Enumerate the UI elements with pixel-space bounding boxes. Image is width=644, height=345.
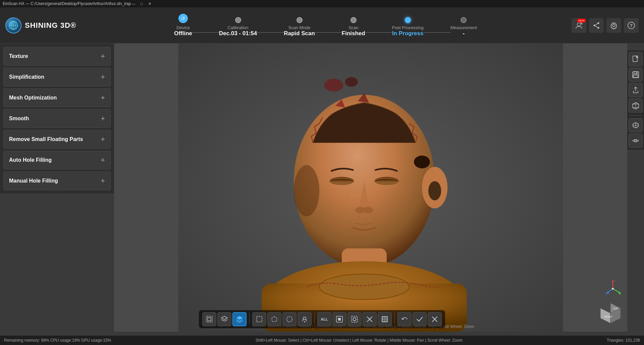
confirm-button[interactable] [413,312,427,326]
titlebar-controls: — □ ✕ [131,1,152,6]
viewport[interactable]: Shift+Left Mouse: Select | Ctrl+Left Mou… [114,44,627,332]
svg-text:TOP: TOP [613,307,618,310]
bottom-toolbar: ALL [199,310,445,328]
measurement-dot [461,17,467,23]
new-feature-button[interactable]: NEW [572,18,586,33]
step-calibration[interactable]: Calibration Dec.03 - 01:54 [219,16,257,37]
device-icon: ↺ [178,14,188,23]
step-scan-mode[interactable]: Scan Mode Rapid Scan [284,16,315,37]
manual-hole-filling-label: Manual Hole Filling [9,178,58,184]
texture-expand-icon: + [101,52,105,61]
logo-area: SHINING 3D® [5,17,76,33]
svg-point-58 [287,317,292,322]
settings-button[interactable] [606,18,621,33]
statusbar: Remaining memory: 88% CPU usage:19% GPU … [0,336,644,345]
svg-point-23 [363,207,373,213]
close-button[interactable]: ✕ [147,1,152,6]
step-scan[interactable]: Scan Finished [342,16,365,37]
file-button[interactable] [629,52,643,66]
svg-point-19 [319,274,409,299]
panel-item-auto-hole-filling[interactable]: Auto Hole Filling + [3,151,111,169]
undo-button[interactable] [397,312,412,326]
cancel-button[interactable] [428,312,442,326]
save-button[interactable] [629,68,643,82]
step-post-processing[interactable]: Post Processing In Progress [392,16,424,37]
select-box-button[interactable] [202,312,216,326]
active-layer-button[interactable] [232,312,247,326]
paint-button[interactable] [298,312,312,326]
toolbar-group-3: ALL [317,312,392,326]
calibration-dot [235,17,241,23]
svg-rect-53 [208,318,211,321]
logo-globe [5,17,21,33]
step-device[interactable]: ↺ Device Offline [174,14,192,37]
fill-button[interactable] [378,312,392,326]
svg-marker-54 [221,316,227,320]
panel-item-smooth[interactable]: Smooth + [3,109,111,128]
svg-point-35 [367,217,368,218]
svg-rect-71 [383,317,384,319]
export-button[interactable] [629,83,643,97]
svg-point-36 [414,155,430,168]
manual-hole-filling-expand-icon: + [101,177,105,185]
svg-rect-61 [338,318,341,321]
svg-text:Z: Z [605,292,607,295]
svg-point-38 [345,77,358,87]
minimize-button[interactable]: — [131,1,136,6]
panel-item-mesh-optimization[interactable]: Mesh Optimization + [3,88,111,107]
svg-point-28 [294,165,319,216]
panel-item-texture[interactable]: Texture + [3,47,111,66]
statusbar-right: Triangles: 151,238 [607,338,640,343]
svg-rect-74 [385,320,387,321]
svg-text:FRONT: FRONT [604,316,613,318]
connector-3 [315,32,342,33]
simplification-expand-icon: + [101,73,105,81]
svg-line-9 [595,23,597,25]
statusbar-center: Shift+Left Mouse: Select | Ctrl+Left Mou… [256,338,463,343]
delete-button[interactable] [363,312,377,326]
header: SHINING 3D® ↺ Device Offline Calibration… [0,7,644,44]
panel-item-remove-small-floating[interactable]: Remove Small Floating Parts + [3,130,111,149]
svg-point-6 [594,24,595,26]
svg-rect-73 [383,320,384,321]
select-all-button[interactable]: ALL [317,312,331,326]
step-measurement[interactable]: Measurement - [450,16,477,37]
eye-button[interactable] [629,134,643,148]
mesh-optimization-expand-icon: + [101,93,105,102]
panel-item-simplification[interactable]: Simplification + [3,68,111,86]
svg-point-32 [376,195,378,196]
maximize-button[interactable]: □ [139,1,144,6]
toolbar-group-2 [252,312,312,326]
layers-button[interactable] [217,312,231,326]
rect-select-button[interactable] [252,312,266,326]
lasso-button[interactable] [267,312,281,326]
workflow-steps: ↺ Device Offline Calibration Dec.03 - 01… [86,14,565,37]
svg-point-51 [635,140,637,142]
3d-view-button[interactable] [629,98,643,113]
toolbar-sep-2 [314,312,315,324]
svg-rect-72 [385,317,387,319]
connector-2 [257,32,284,33]
share-button[interactable] [589,18,604,33]
svg-point-8 [598,27,599,28]
statusbar-left: Remaining memory: 88% CPU usage:19% GPU … [4,338,111,343]
connector-5 [424,32,450,33]
svg-text:X: X [619,292,621,295]
panel-item-manual-hole-filling[interactable]: Manual Hole Filling + [3,171,111,190]
connector-1 [192,32,219,33]
new-badge: NEW [577,19,586,22]
svg-rect-63 [352,316,358,322]
circle-select-button[interactable] [282,312,297,326]
scan-dot [351,17,357,23]
align-button[interactable] [629,118,643,132]
smooth-expand-icon: + [101,114,105,123]
svg-point-7 [598,22,599,24]
cube-navigator[interactable]: FRONT TOP [597,301,624,328]
invert-button[interactable] [332,312,346,326]
titlebar: EinScan HX — C:/Users/general/Desktop/Fl… [0,0,644,7]
left-panel: Texture + Simplification + Mesh Optimiza… [0,44,114,194]
toolbar-group-1 [202,312,247,326]
help-button[interactable]: ? [624,18,639,33]
expand-button[interactable] [347,312,362,326]
svg-point-31 [357,192,358,193]
